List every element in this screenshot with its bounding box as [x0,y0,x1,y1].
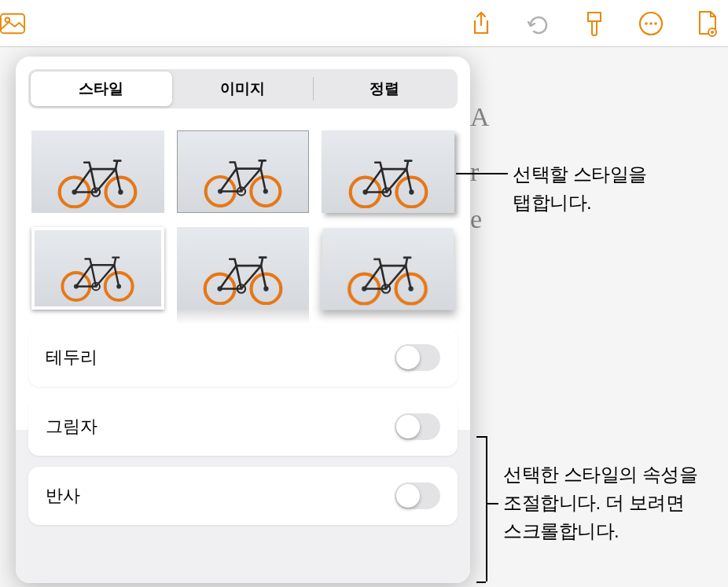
tab-image-label: 이미지 [220,80,265,97]
callout-bracket [486,503,498,504]
style-preset-1[interactable] [31,130,164,213]
tab-align-label: 정렬 [370,80,399,97]
callout-bracket [476,581,486,583]
style-preset-2[interactable] [177,130,310,213]
more-icon[interactable] [638,11,664,36]
tab-align[interactable]: 정렬 [314,72,455,106]
option-shadow-label: 그림자 [46,415,97,438]
toolbar [0,0,728,47]
style-preset-6[interactable] [322,227,454,310]
option-border: 테두리 [28,328,458,387]
option-shadow: 그림자 [28,398,458,456]
style-preset-3[interactable] [322,130,454,213]
callout-text: 탭합니다. [513,189,647,217]
svg-point-5 [649,22,653,25]
option-border-label: 테두리 [46,346,97,369]
format-tabs: 스타일 이미지 정렬 [28,69,458,108]
callout-text: 선택한 스타일의 속성을 [503,460,697,489]
style-preset-5[interactable] [177,227,310,310]
callout-text: 스크롤합니다. [503,517,697,545]
share-icon[interactable] [469,11,494,36]
callout-bracket [486,436,487,581]
callout-tap-style: 선택할 스타일을 탭합니다. [513,160,647,217]
tab-image[interactable]: 이미지 [172,72,314,106]
undo-icon[interactable] [525,11,550,36]
option-reflection: 반사 [28,467,458,525]
format-popover: 스타일 이미지 정렬 [16,57,470,583]
toggle-border[interactable] [395,344,440,371]
document-view-icon[interactable] [695,11,720,36]
toggle-shadow[interactable] [395,413,440,440]
svg-point-8 [711,31,714,34]
svg-point-6 [654,22,657,25]
tab-style-label: 스타일 [79,80,123,97]
tab-style[interactable]: 스타일 [31,72,172,106]
callout-adjust-style: 선택한 스타일의 속성을 조절합니다. 더 보려면 스크롤합니다. [503,460,697,545]
media-icon[interactable] [0,11,25,36]
style-options-list: 테두리 그림자 반사 [16,328,470,525]
callout-text: 선택할 스타일을 [513,160,647,189]
style-grid [16,116,470,328]
callout-bracket [476,436,486,438]
toggle-reflection[interactable] [395,482,440,509]
option-reflection-label: 반사 [46,484,80,508]
style-preset-4[interactable] [31,227,164,310]
callout-text: 조절합니다. 더 보려면 [503,489,697,517]
brush-icon[interactable] [582,11,607,36]
svg-point-4 [645,22,648,25]
callout-line [456,173,508,174]
